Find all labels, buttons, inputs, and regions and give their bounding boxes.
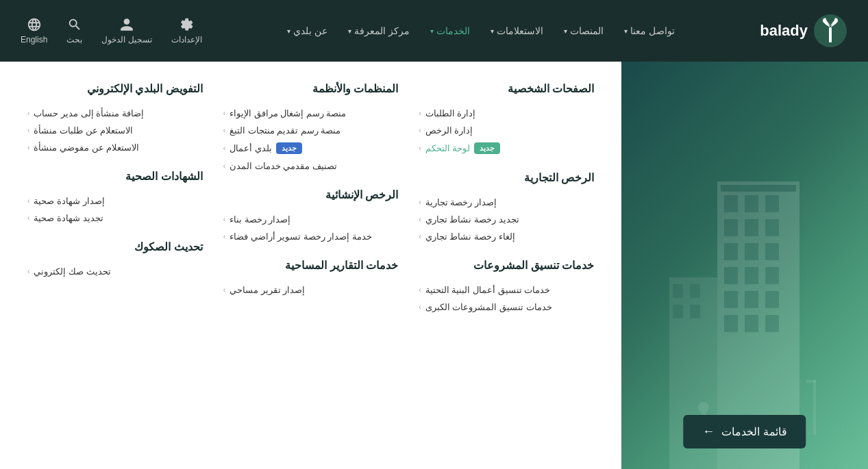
section-title-personal: الصفحات الشخصية <box>419 82 594 95</box>
chevron-right-icon: › <box>27 110 29 117</box>
item-label: إصدار شهادة صحية <box>34 196 104 206</box>
svg-rect-8 <box>745 219 758 236</box>
chevron-down-icon: ▾ <box>348 27 351 35</box>
svg-rect-14 <box>745 267 758 284</box>
chevron-right-icon: › <box>419 216 421 223</box>
language-label: English <box>21 35 47 45</box>
section-project-coordination: خدمات تنسيق المشروعات خدمات تنسيق أعمال … <box>419 259 594 316</box>
arrow-left-icon: ← <box>702 424 715 439</box>
item-text: لوحة التحكم <box>425 143 471 153</box>
svg-rect-12 <box>765 243 779 260</box>
menu-item-add-facility[interactable]: إضافة منشأة إلى مدير حساب › <box>27 105 203 122</box>
login-button[interactable]: تسجيل الدخول <box>101 17 151 45</box>
menu-item-tobacco[interactable]: منصة رسم تقديم منتجات التبغ › <box>223 122 399 139</box>
menu-item-cancel-commercial[interactable]: إلغاء رخصة نشاط تجاري › <box>419 228 594 245</box>
item-label: تصنيف مقدمي خدمات المدن <box>230 161 337 171</box>
menu-item-infrastructure[interactable]: خدمات تنسيق أعمال البنية التحتية › <box>419 281 594 299</box>
chevron-right-icon: › <box>223 110 225 117</box>
svg-rect-17 <box>745 291 758 308</box>
svg-rect-3 <box>721 185 796 192</box>
menu-item-city-providers[interactable]: تصنيف مقدمي خدمات المدن › <box>223 157 399 175</box>
svg-rect-21 <box>765 315 779 332</box>
nav-knowledge[interactable]: مركز المعرفة ▾ <box>348 25 410 36</box>
svg-point-27 <box>698 402 709 413</box>
section-health: الشهادات الصحية إصدار شهادة صحية › تجديد… <box>27 170 203 227</box>
svg-rect-5 <box>745 195 758 212</box>
section-title-sukuk: تحديث الصكوك <box>27 240 203 253</box>
search-label: بحث <box>66 35 82 45</box>
section-title-commercial: الرخص التجارية <box>419 171 594 184</box>
chevron-right-icon: › <box>419 286 421 294</box>
menu-item-update-deed[interactable]: تحديث صك إلكتروني › <box>27 263 203 280</box>
menu-item-balady-business[interactable]: جديد بلدي أعمال › <box>223 139 399 157</box>
chevron-right-icon: › <box>419 110 421 117</box>
nav-about[interactable]: عن بلدي ▾ <box>287 25 327 36</box>
service-list-button[interactable]: قائمة الخدمات ← <box>683 415 806 448</box>
item-label: الاستعلام عن طلبات منشأة <box>34 125 133 136</box>
svg-rect-6 <box>765 195 779 212</box>
nav-inquiries[interactable]: الاستعلامات ▾ <box>491 25 543 36</box>
svg-rect-26 <box>690 305 700 318</box>
menu-item-facility-requests[interactable]: الاستعلام عن طلبات منشأة › <box>27 122 203 139</box>
service-list-label: قائمة الخدمات <box>721 425 786 438</box>
menu-item-facility-delegates[interactable]: الاستعلام عن مفوضي منشأة › <box>27 139 203 156</box>
item-label: منصة رسم تقديم منتجات التبغ <box>230 125 340 136</box>
chevron-right-icon: › <box>223 216 225 223</box>
badge-new-blue: جديد <box>276 142 302 154</box>
language-button[interactable]: English <box>21 17 47 45</box>
settings-label: الإعدادات <box>171 35 202 45</box>
settings-button[interactable]: الإعدادات <box>171 17 202 45</box>
nav-about-label: عن بلدي <box>293 25 327 36</box>
navbar: balady تواصل معنا ▾ المنصات ▾ الاستعلاما… <box>0 0 868 62</box>
svg-rect-15 <box>765 267 779 284</box>
menu-item-control-panel[interactable]: جديد لوحة التحكم › <box>419 139 594 157</box>
page-wrapper: balady تواصل معنا ▾ المنصات ▾ الاستعلاما… <box>0 0 868 469</box>
chevron-right-icon: › <box>223 233 225 240</box>
item-label: إصدار رخصة بناء <box>230 214 290 225</box>
menu-item-manage-licenses[interactable]: إدارة الرخص › <box>419 122 594 139</box>
svg-rect-24 <box>690 284 700 298</box>
section-title-org: المنظمات والأنظمة <box>223 82 399 95</box>
svg-rect-19 <box>724 315 738 332</box>
dropdown-panel: الصفحات الشخصية إدارة الطلبات › إدارة ال… <box>0 62 621 469</box>
bg-side: قائمة الخدمات ← <box>621 62 868 469</box>
menu-item-manage-requests[interactable]: إدارة الطلبات › <box>419 105 594 122</box>
logo[interactable]: balady <box>760 14 847 48</box>
svg-rect-4 <box>724 195 738 212</box>
chevron-right-icon: › <box>419 199 421 206</box>
menu-item-issue-survey[interactable]: إصدار تقرير مساحي › <box>223 281 399 299</box>
item-label: إلغاء رخصة نشاط تجاري <box>425 231 515 242</box>
chevron-right-icon: › <box>223 127 225 134</box>
section-title-survey: خدمات التقارير المساحية <box>223 259 399 272</box>
section-title-project: خدمات تنسيق المشروعات <box>419 259 594 272</box>
item-label: إصدار رخصة تجارية <box>425 197 497 207</box>
menu-item-issue-building[interactable]: إصدار رخصة بناء › <box>223 211 399 228</box>
search-button[interactable]: بحث <box>66 17 82 45</box>
item-label: منصة رسم إشغال مرافق الإيواء <box>230 108 346 118</box>
item-label: خدمة إصدار رخصة تسوير أراضي فضاء <box>230 231 372 242</box>
chevron-right-icon: › <box>419 233 421 240</box>
item-label: إصدار تقرير مساحي <box>230 285 305 295</box>
nav-services[interactable]: الخدمات ▾ <box>430 25 470 36</box>
svg-rect-7 <box>724 219 738 236</box>
menu-item-issue-health[interactable]: إصدار شهادة صحية › <box>27 192 203 210</box>
menu-item-issue-commercial[interactable]: إصدار رخصة تجارية › <box>419 194 594 211</box>
svg-rect-30 <box>806 380 816 383</box>
menu-item-land-subdivision[interactable]: خدمة إصدار رخصة تسوير أراضي فضاء › <box>223 228 399 245</box>
chevron-right-icon: › <box>419 303 421 311</box>
svg-rect-11 <box>745 243 758 260</box>
menu-item-renew-commercial[interactable]: تجديد رخصة نشاط تجاري › <box>419 211 594 228</box>
nav-knowledge-label: مركز المعرفة <box>354 25 410 36</box>
nav-contact[interactable]: تواصل معنا ▾ <box>624 25 675 36</box>
chevron-right-icon: › <box>27 197 29 205</box>
section-construction: الرخص الإنشائية إصدار رخصة بناء › خدمة إ… <box>223 188 399 245</box>
section-sukuk: تحديث الصكوك تحديث صك إلكتروني › <box>27 240 203 280</box>
menu-item-shelter[interactable]: منصة رسم إشغال مرافق الإيواء › <box>223 105 399 122</box>
menu-item-major-projects[interactable]: خدمات تنسيق المشروعات الكبرى › <box>419 299 594 316</box>
chevron-right-icon: › <box>419 127 421 134</box>
nav-platforms[interactable]: المنصات ▾ <box>564 25 604 36</box>
menu-item-renew-health[interactable]: تجديد شهادة صحية › <box>27 210 203 227</box>
section-title-construction: الرخص الإنشائية <box>223 188 399 201</box>
chevron-down-icon: ▾ <box>564 27 567 35</box>
section-personal-pages: الصفحات الشخصية إدارة الطلبات › إدارة ال… <box>419 82 594 157</box>
